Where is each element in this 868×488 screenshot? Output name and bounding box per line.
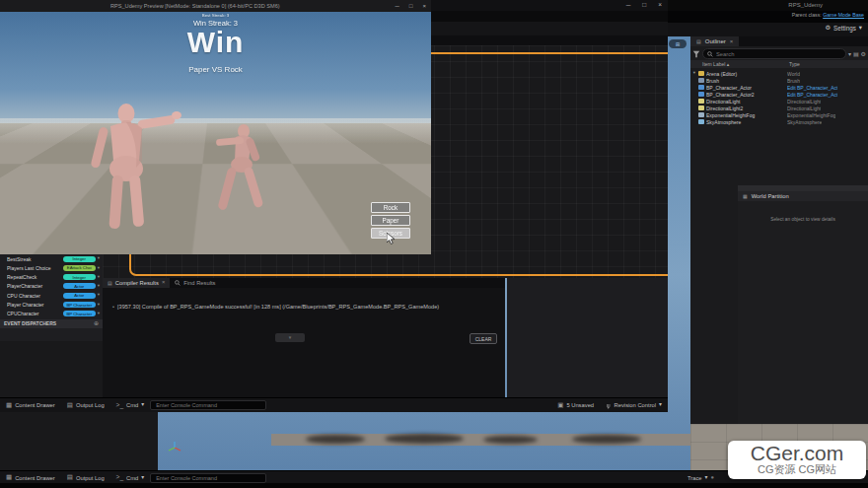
compiler-log-body: •[3957.30] Compile of BP_RPS_GameMode su… bbox=[103, 288, 505, 397]
unsaved-indicator[interactable]: ▣5 Unsaved bbox=[551, 402, 600, 409]
chevron-down-icon: ▾ bbox=[289, 335, 292, 340]
close-icon[interactable]: × bbox=[652, 2, 668, 9]
disabled-dropdown[interactable]: ▾ bbox=[275, 333, 305, 342]
chevron-down-icon: ▾ bbox=[659, 402, 662, 408]
paper-button[interactable]: Paper bbox=[371, 215, 410, 226]
trace-dropdown[interactable]: Trace▾● bbox=[682, 475, 720, 481]
compiler-results-panel: ▤ Compiler Results × Find Results •[3957… bbox=[103, 278, 505, 397]
chevron-down-icon[interactable]: ▾ bbox=[848, 51, 851, 57]
settings-dropdown[interactable]: ⚙ Settings ▾ bbox=[825, 25, 862, 32]
light-icon bbox=[698, 99, 704, 104]
variable-row[interactable]: BestStreakInteger▾ bbox=[0, 254, 103, 263]
cmd-dropdown[interactable]: >_Cmd▾ bbox=[110, 474, 151, 481]
preview-title: RPS_Udemy Preview [NetMode: Standalone 0… bbox=[0, 3, 391, 9]
tab-find-results[interactable]: Find Results bbox=[170, 278, 220, 288]
table-row[interactable]: DirectionalLight2 DirectionalLight bbox=[690, 105, 868, 111]
log-icon: ▤ bbox=[108, 281, 112, 286]
chevron-down-icon: ▾ bbox=[705, 475, 708, 481]
outliner-column-headers[interactable]: Item Label ▴ Type bbox=[690, 60, 868, 68]
tab-outliner[interactable]: ▤ Outliner × bbox=[690, 36, 739, 46]
variable-row[interactable]: RepeatCheckInteger▾ bbox=[0, 273, 103, 282]
clear-log-button[interactable]: CLEAR bbox=[470, 333, 497, 344]
search-input[interactable] bbox=[713, 51, 841, 57]
edit-blueprint-link[interactable]: Edit BP_Character_Act bbox=[787, 85, 837, 91]
expand-caret-icon[interactable]: ▾ bbox=[690, 71, 698, 76]
chevron-down-icon: ▾ bbox=[98, 284, 100, 289]
actor-shadow bbox=[483, 436, 538, 444]
parent-class-link[interactable]: Game Mode Base bbox=[823, 12, 864, 18]
output-log-icon: ▤ bbox=[67, 474, 73, 481]
outliner-tabbar: ▤ Outliner × bbox=[690, 36, 868, 46]
chevron-down-icon: ▾ bbox=[98, 293, 100, 298]
content-drawer-icon: ▦ bbox=[6, 402, 12, 409]
best-streak-label: Best Streak: 3 bbox=[0, 13, 431, 18]
variable-row[interactable]: CPU CharacterActor▾ bbox=[0, 291, 103, 300]
sort-asc-icon: ▴ bbox=[727, 62, 730, 67]
table-row[interactable]: Brush Brush bbox=[690, 77, 868, 84]
mouse-cursor-icon bbox=[387, 233, 396, 244]
world-icon bbox=[698, 71, 704, 76]
outliner-search[interactable] bbox=[702, 48, 846, 59]
console-icon: >_ bbox=[116, 474, 123, 481]
outliner-icon: ▤ bbox=[696, 39, 701, 44]
console-command-input[interactable] bbox=[150, 473, 266, 483]
section-event-dispatchers[interactable]: EVENT DISPATCHERS⊕ bbox=[0, 319, 103, 328]
revision-control-dropdown[interactable]: ⋔Revision Control▾ bbox=[600, 402, 668, 409]
folder-icon[interactable]: ▤ bbox=[853, 51, 859, 57]
close-icon[interactable]: × bbox=[417, 3, 431, 9]
world-partition-panel: ▦ World Partition Select an object to vi… bbox=[738, 191, 868, 424]
table-row[interactable]: ▾ Arena (Editor) World bbox=[690, 70, 868, 77]
chevron-down-icon: ▾ bbox=[859, 25, 862, 31]
output-log-icon: ▤ bbox=[67, 402, 73, 409]
world-partition-icon: ▦ bbox=[743, 194, 748, 199]
maximize-icon[interactable]: □ bbox=[636, 2, 652, 9]
console-input[interactable] bbox=[154, 474, 262, 482]
close-icon[interactable]: × bbox=[730, 38, 734, 44]
content-drawer-icon: ▦ bbox=[6, 474, 12, 481]
watermark-subtitle: CG资源 CG网站 bbox=[758, 463, 836, 476]
chevron-down-icon: ▾ bbox=[141, 402, 144, 408]
console-command-input[interactable] bbox=[150, 400, 266, 410]
cmd-dropdown[interactable]: >_Cmd▾ bbox=[110, 402, 151, 409]
blueprint-actor-icon bbox=[698, 92, 704, 97]
output-log-button[interactable]: ▤Output Log bbox=[61, 474, 110, 481]
chevron-down-icon: ▾ bbox=[98, 312, 100, 316]
table-row[interactable]: DirectionalLight DirectionalLight bbox=[690, 98, 868, 105]
add-dispatcher-icon[interactable]: ⊕ bbox=[94, 320, 99, 326]
close-icon[interactable]: × bbox=[162, 280, 165, 286]
world-partition-empty-text: Select an object to view details bbox=[738, 217, 868, 222]
transform-gizmo bbox=[168, 441, 181, 454]
table-row[interactable]: BP_Character_Actor Edit BP_Character_Act bbox=[690, 84, 868, 91]
variable-row[interactable]: Player CharacterBP Character▾ bbox=[0, 300, 103, 309]
chevron-down-icon: ▾ bbox=[98, 266, 100, 271]
table-row[interactable]: SkyAtmosphere SkyAtmosphere bbox=[690, 118, 868, 125]
content-drawer-button[interactable]: ▦Content Drawer bbox=[0, 402, 61, 409]
unreal-editor: U File Edit Window Tools Build Select Ac… bbox=[0, 0, 868, 488]
light-icon bbox=[698, 105, 704, 110]
world-partition-header[interactable]: ▦ World Partition bbox=[738, 191, 868, 201]
tab-compiler-results[interactable]: ▤ Compiler Results × bbox=[103, 278, 170, 288]
content-drawer-button[interactable]: ▦Content Drawer bbox=[0, 474, 61, 481]
rock-button[interactable]: Rock bbox=[371, 202, 410, 213]
window-edge bbox=[0, 483, 868, 488]
game-viewport[interactable]: Best Streak: 3 Win Streak: 3 Win Paper V… bbox=[0, 12, 431, 254]
table-row[interactable]: BP_Character_Actor2 Edit BP_Character_Ac… bbox=[690, 91, 868, 98]
maximize-icon[interactable]: □ bbox=[404, 3, 418, 9]
variable-row[interactable]: PlayerCharacterActor▾ bbox=[0, 282, 103, 291]
compiler-log-entry[interactable]: •[3957.30] Compile of BP_RPS_GameMode su… bbox=[112, 304, 439, 310]
maximize-viewport-icon[interactable]: ⊞ bbox=[669, 39, 687, 48]
console-icon: >_ bbox=[116, 402, 123, 409]
preview-titlebar[interactable]: RPS_Udemy Preview [NetMode: Standalone 0… bbox=[0, 0, 431, 12]
output-log-button[interactable]: ▤Output Log bbox=[61, 402, 110, 409]
minimize-icon[interactable]: ─ bbox=[391, 3, 404, 9]
table-row[interactable]: ExponentialHeightFog ExponentialHeightFo… bbox=[690, 111, 868, 118]
filter-icon[interactable] bbox=[692, 50, 700, 58]
minimize-icon[interactable]: ─ bbox=[620, 2, 637, 9]
edit-blueprint-link[interactable]: Edit BP_Character_Act bbox=[787, 92, 837, 98]
variable-row[interactable]: CPUCharacterBP Character▾ bbox=[0, 310, 103, 318]
gear-icon[interactable]: ⚙ bbox=[861, 51, 866, 57]
actor-shadow bbox=[385, 434, 464, 444]
blueprint-status-bar: ▦Content Drawer ▤Output Log >_Cmd▾ ▣5 Un… bbox=[0, 397, 668, 412]
console-input[interactable] bbox=[154, 401, 262, 409]
variable-row[interactable]: Players Last ChoiceEAttack Choi▾ bbox=[0, 263, 103, 272]
